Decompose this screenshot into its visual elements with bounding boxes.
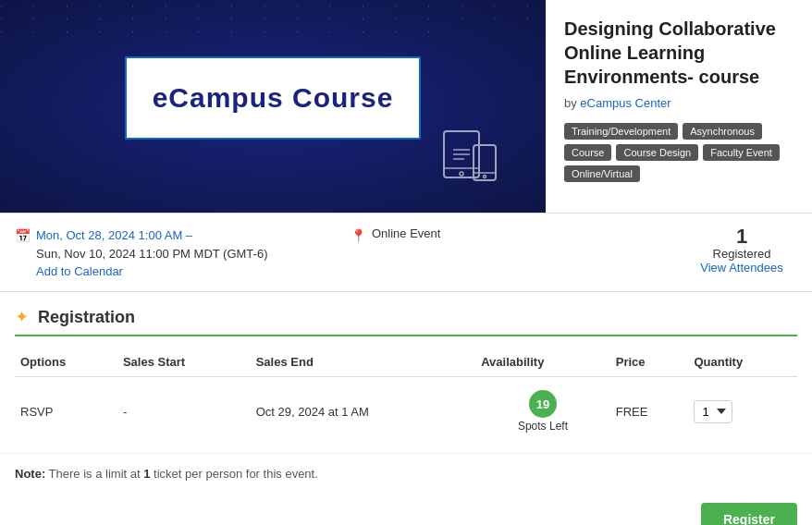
course-author-link[interactable]: eCampus Center xyxy=(580,96,671,110)
registration-icon: ✦ xyxy=(15,307,29,327)
registration-header: ✦ Registration xyxy=(15,307,797,336)
quantity-select[interactable]: 12345 xyxy=(694,400,732,423)
course-tag: Course Design xyxy=(616,144,698,161)
page-wrapper: eCampus Course xyxy=(0,0,812,525)
calendar-icon: 📅 xyxy=(15,228,31,243)
view-attendees-link[interactable]: View Attendees xyxy=(686,261,797,275)
reg-table-header-row: OptionsSales StartSales EndAvailabilityP… xyxy=(15,348,797,377)
note-text-before: There is a limit at xyxy=(49,467,144,481)
by-label: by xyxy=(564,96,577,110)
reg-table-header-cell: Availability xyxy=(475,348,610,377)
registered-count: 1 xyxy=(686,226,797,247)
event-date-line1: Mon, Oct 28, 2024 1:00 AM – xyxy=(36,226,267,245)
reg-table-row: RSVP-Oct 29, 2024 at 1 AM 19 Spots Left … xyxy=(15,377,797,446)
phone-tablet-icon xyxy=(435,117,509,194)
event-registered-block: 1 Registered View Attendees xyxy=(686,226,797,275)
svg-point-2 xyxy=(460,172,463,176)
registration-section: ✦ Registration OptionsSales StartSales E… xyxy=(0,292,812,446)
course-by: by eCampus Center xyxy=(564,96,794,110)
add-to-calendar-link[interactable]: Add to Calendar xyxy=(36,264,267,278)
course-tag: Training/Development xyxy=(564,123,678,140)
tags-row: Training/DevelopmentAsynchronousCourseCo… xyxy=(564,123,794,182)
register-button[interactable]: Register xyxy=(701,503,797,525)
course-title: Designing Collaborative Online Learning … xyxy=(564,17,794,89)
reg-table-header-cell: Price xyxy=(610,348,689,377)
reg-table-header-cell: Quantity xyxy=(688,348,797,377)
top-section: eCampus Course xyxy=(0,0,812,214)
spots-left-label: Spots Left xyxy=(481,420,605,433)
event-location-block: 📍 Online Event xyxy=(351,226,686,243)
reg-table-header-cell: Sales Start xyxy=(117,348,251,377)
reg-table-header-cell: Options xyxy=(15,348,117,377)
course-tag: Course xyxy=(564,144,611,161)
note-ticket-count: 1 xyxy=(143,467,150,481)
course-info-panel: Designing Collaborative Online Learning … xyxy=(546,0,812,213)
hero-image: eCampus Course xyxy=(0,0,546,213)
reg-option-cell: RSVP xyxy=(15,377,117,446)
reg-sales-start-cell: - xyxy=(117,377,251,446)
availability-badge: 19 xyxy=(529,390,557,418)
location-text: Online Event xyxy=(372,226,440,240)
registration-title: Registration xyxy=(38,308,135,327)
hero-logo-box: eCampus Course xyxy=(125,56,421,140)
event-date-text-block: Mon, Oct 28, 2024 1:00 AM – Sun, Nov 10,… xyxy=(36,226,267,278)
note-section: Note: There is a limit at 1 ticket per p… xyxy=(0,453,812,494)
location-pin-icon: 📍 xyxy=(351,228,366,243)
course-tag: Asynchronous xyxy=(683,123,762,140)
registered-label: Registered xyxy=(686,247,797,261)
event-details-row: 📅 Mon, Oct 28, 2024 1:00 AM – Sun, Nov 1… xyxy=(0,214,812,292)
course-tag: Online/Virtual xyxy=(564,165,640,182)
register-button-row: Register xyxy=(0,494,812,525)
note-label: Note: xyxy=(15,467,45,481)
reg-availability-cell: 19 Spots Left xyxy=(475,377,610,446)
reg-quantity-cell: 12345 xyxy=(688,377,797,446)
reg-sales-end-cell: Oct 29, 2024 at 1 AM xyxy=(251,377,476,446)
registration-table: OptionsSales StartSales EndAvailabilityP… xyxy=(15,348,797,446)
course-tag: Faculty Event xyxy=(703,144,780,161)
reg-table-header-cell: Sales End xyxy=(251,348,476,377)
reg-table-body: RSVP-Oct 29, 2024 at 1 AM 19 Spots Left … xyxy=(15,377,797,446)
reg-table-head: OptionsSales StartSales EndAvailabilityP… xyxy=(15,348,797,377)
event-date-line2: Sun, Nov 10, 2024 11:00 PM MDT (GMT-6) xyxy=(36,245,267,263)
svg-point-5 xyxy=(484,176,486,178)
note-text-after: ticket per person for this event. xyxy=(154,467,318,481)
event-date-block: 📅 Mon, Oct 28, 2024 1:00 AM – Sun, Nov 1… xyxy=(15,226,351,278)
reg-price-cell: FREE xyxy=(610,377,689,446)
hero-logo-text: eCampus Course xyxy=(153,82,394,114)
